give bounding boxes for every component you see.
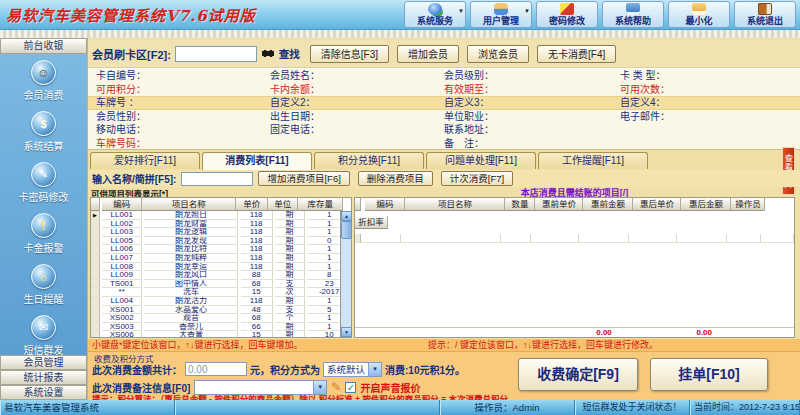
table-row[interactable]: LL001 朗龙照日 118 期 1 <box>91 211 340 220</box>
cell-stock: 5 <box>307 306 340 315</box>
scrollbar[interactable]: ▲ ▼ <box>340 211 351 337</box>
cell-code: XS002 <box>102 314 142 323</box>
sidebar-accordion-button[interactable]: 会员管理 <box>0 355 87 370</box>
table-row[interactable]: LL007 朗龙纯粹 118 期 1 <box>91 254 340 263</box>
cell-stock: -2017 <box>307 288 340 297</box>
row-selector <box>91 254 100 263</box>
table-row[interactable]: LL003 朗龙逻辑 118 期 1 <box>91 228 340 237</box>
table-row[interactable]: XS002 观音 68 个 1 <box>91 314 340 323</box>
table-row[interactable]: LL006 朗龙比特 118 期 1 <box>91 245 340 254</box>
cell-stock: 10 <box>307 331 340 337</box>
cell-code: XS001 <box>102 306 142 315</box>
column-header: 惠后单价 <box>633 198 681 211</box>
item-search-input[interactable] <box>181 172 253 186</box>
form-field-label: 卡 类 型： <box>612 69 788 83</box>
table-row[interactable]: XS003 香奈儿 66 期 1 <box>91 323 340 332</box>
hold-order-button[interactable]: 挂单[F10] <box>650 358 768 391</box>
form-field-label <box>612 137 788 151</box>
member-action-button[interactable]: 浏览会员 <box>467 45 529 63</box>
member-action-button[interactable]: 增加会员 <box>397 45 459 63</box>
row-selector <box>91 331 100 337</box>
table-row[interactable]: LL005 朗龙发现 118 期 0 <box>91 237 340 246</box>
sidebar-item[interactable]: 会员消费 <box>0 60 87 102</box>
item-toolbar: 输入名称/简拼[F5]: 增加消费项目[F6]删除消费项目计次消费[F7] <box>88 170 800 187</box>
scroll-up-icon[interactable]: ▲ <box>341 211 352 221</box>
cell-code: LL001 <box>102 211 142 220</box>
sidebar-item[interactable]: 卡密码修改 <box>0 162 87 204</box>
row-selector <box>91 306 100 315</box>
table-header: 编码项目名称单价单位库存量 <box>91 198 351 211</box>
sidebar-header-cashier[interactable]: 前台收银 <box>0 38 87 54</box>
member-action-button[interactable]: 清除信息[F3] <box>310 45 389 63</box>
find-icon <box>261 49 275 58</box>
scroll-down-icon[interactable]: ▼ <box>341 327 352 337</box>
row-selector-header <box>91 198 100 211</box>
sidebar-accordion-button[interactable]: 系统设置 <box>0 385 87 400</box>
table-row[interactable]: LL002 朗龙财富 118 期 1 <box>91 220 340 229</box>
cell-code: XS006 <box>102 331 142 337</box>
table-row[interactable]: LL008 朗龙幸运 118 期 1 <box>91 263 340 272</box>
topbar-button[interactable]: 系统服务 ▼ <box>404 1 466 28</box>
column-header: 操作员 <box>731 198 765 211</box>
column-header: 项目名称 <box>142 198 236 211</box>
row-selector <box>91 245 100 254</box>
topbar-button[interactable]: 系统退出 ▼ <box>734 1 796 28</box>
cell-price: 15 <box>241 288 273 297</box>
points-rate-label: 消费:10元积1分。 <box>385 362 465 377</box>
column-header: 惠前金额 <box>583 198 633 211</box>
charge-confirm-button[interactable]: 收费确定[F9] <box>518 358 638 391</box>
cell-stock: 1 <box>307 263 340 272</box>
item-action-button[interactable]: 计次消费[F7] <box>441 171 513 186</box>
title-bar: 易软汽车美容管理系统V7.6试用版 系统服务 ▼ 用户管理 ▼ 密码修改 ▼ <box>0 0 800 30</box>
sidebar-item[interactable]: 短信群发 <box>0 315 87 355</box>
card-swipe-input[interactable] <box>175 46 257 62</box>
form-field-label: 自定义2： <box>262 96 436 110</box>
topbar-buttons: 系统服务 ▼ 用户管理 ▼ 密码修改 ▼ 系统帮助 ▼ <box>404 1 796 28</box>
total-amount-input[interactable] <box>185 362 247 376</box>
main-area: 会员刷卡区[F2]: 查找 清除信息[F3]增加会员浏览会员无卡消费[F4] 卡… <box>88 38 800 400</box>
item-action-button[interactable]: 增加消费项目[F6] <box>258 171 349 186</box>
card-swipe-label: 会员刷卡区[F2]: <box>92 46 171 62</box>
cell-price: 68 <box>241 314 273 323</box>
sidebar-item[interactable]: 系统结算 <box>0 111 87 153</box>
status-sms: 短信群发处于关闭状态！ <box>575 400 690 415</box>
cell-code: LL009 <box>102 271 142 280</box>
table-row[interactable]: TS001 图中情人 68 支 23 <box>91 280 340 289</box>
voice-quote-checkbox[interactable]: ✓ <box>345 382 356 393</box>
sidebar-accordion-button[interactable]: 统计报表 <box>0 370 87 385</box>
table-row[interactable]: XS001 水晶爱心 48 支 5 <box>91 306 340 315</box>
find-button[interactable]: 查找 <box>279 46 300 61</box>
sidebar-item[interactable]: 生日提醒 <box>0 264 87 306</box>
topbar-button[interactable]: 密码修改 ▼ <box>536 1 598 28</box>
topbar-button[interactable]: 用户管理 ▼ <box>470 1 532 28</box>
member-action-button[interactable]: 无卡消费[F4] <box>537 45 616 63</box>
column-header: 单位 <box>268 198 298 211</box>
item-action-button[interactable]: 删除消费项目 <box>358 171 433 186</box>
exit-icon <box>758 3 772 15</box>
column-header: 编码 <box>365 198 405 211</box>
payment-section: 收费及积分方式 此次消费金额共计： 元，积分方式为 系统默认 ▼ 消费:10元积… <box>88 351 800 400</box>
points-method-select[interactable]: 系统默认 ▼ <box>323 362 382 377</box>
form-field-label <box>612 123 788 137</box>
form-field-label: 可用次数： <box>612 83 788 97</box>
tab[interactable]: 消费列表[F11] <box>202 152 312 170</box>
tab[interactable]: 问题单处理[F11] <box>426 152 536 169</box>
row-selector <box>91 280 100 289</box>
row-selector <box>91 288 100 297</box>
table-row[interactable]: LL009 朗龙风口 88 期 8 <box>91 271 340 280</box>
sidebar-item[interactable]: 卡金报警 <box>0 213 87 255</box>
table-row[interactable]: XS006 大香膏 15 期 10 <box>91 331 340 337</box>
tab[interactable]: 爱好排行[F11] <box>90 152 200 169</box>
table-row[interactable]: LL004 朗龙活力 118 期 1 <box>91 297 340 306</box>
row-selector <box>91 323 100 332</box>
cell-name: 朗龙逻辑 <box>144 228 238 237</box>
table-row[interactable]: ** 洗车 15 次 -2017 <box>91 288 340 297</box>
tab[interactable]: 积分兑换[F11] <box>314 152 424 169</box>
payment-total-line: 此次消费金额共计： 元，积分方式为 系统默认 ▼ 消费:10元积1分。 <box>92 361 465 377</box>
cell-name: 朗龙照日 <box>144 211 238 220</box>
topbar-button[interactable]: 最小化 ▼ <box>668 1 730 28</box>
tab[interactable]: 工作提醒[F11] <box>538 152 648 169</box>
topbar-button[interactable]: 系统帮助 ▼ <box>602 1 664 28</box>
decor-strip <box>0 30 800 38</box>
scroll-thumb[interactable] <box>341 221 352 239</box>
